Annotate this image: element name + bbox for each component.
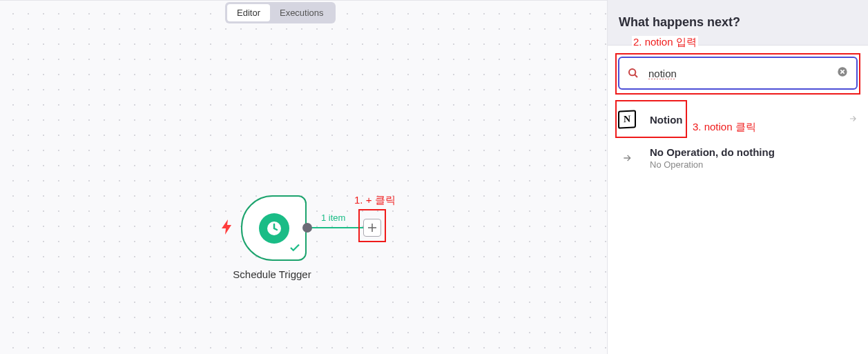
clear-search-icon[interactable] bbox=[837, 66, 848, 80]
annotation-box-1 bbox=[358, 209, 386, 242]
schedule-trigger-node[interactable] bbox=[241, 195, 307, 261]
search-field-wrapper bbox=[618, 57, 858, 90]
result-no-operation[interactable]: No Operation, do nothing No Operation bbox=[618, 144, 858, 173]
annotation-step1: 1. + 클릭 bbox=[354, 194, 396, 207]
search-input[interactable] bbox=[648, 68, 837, 79]
node-picker-sidebar: What happens next? 2. notion 입력 N Notion… bbox=[607, 0, 868, 354]
view-tabs: Editor Executions bbox=[225, 2, 336, 23]
sidebar-title: What happens next? bbox=[619, 15, 740, 30]
result-noop-title: No Operation, do nothing bbox=[650, 146, 775, 158]
node-title: Schedule Trigger bbox=[227, 268, 317, 280]
chevron-right-icon bbox=[848, 112, 858, 127]
workflow-canvas[interactable]: Editor Executions 1 item Schedule Trigge… bbox=[0, 0, 607, 354]
result-noop-subtitle: No Operation bbox=[650, 159, 775, 170]
result-notion-label: Notion bbox=[650, 114, 682, 126]
svg-point-1 bbox=[629, 69, 635, 75]
clock-icon bbox=[259, 213, 289, 244]
tab-executions[interactable]: Executions bbox=[270, 4, 334, 21]
trigger-bolt-icon bbox=[222, 219, 233, 237]
notion-icon: N bbox=[618, 110, 636, 128]
check-icon bbox=[289, 242, 301, 257]
annotation-step2: 2. notion 입력 bbox=[632, 36, 698, 49]
tab-editor[interactable]: Editor bbox=[227, 4, 270, 21]
search-icon bbox=[628, 68, 639, 79]
item-count-label: 1 item bbox=[321, 213, 345, 223]
connection-line bbox=[309, 227, 363, 228]
node-output-connector[interactable] bbox=[302, 223, 312, 233]
arrow-right-icon bbox=[618, 153, 636, 164]
annotation-step3: 3. notion 클릭 bbox=[693, 121, 756, 134]
